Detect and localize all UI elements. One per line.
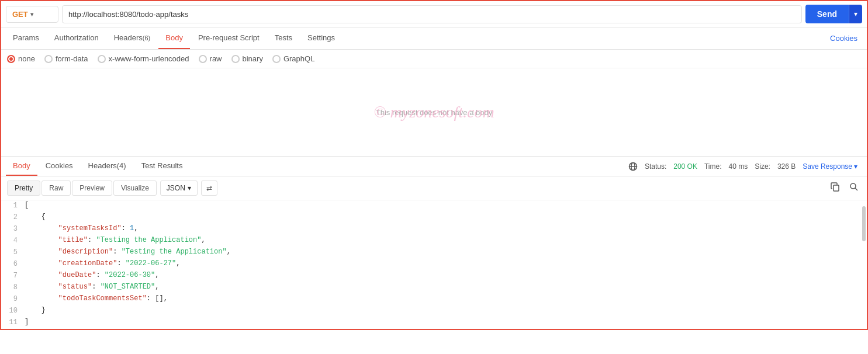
send-chevron-button[interactable]: ▾ bbox=[849, 5, 862, 23]
body-type-bar: none form-data x-www-form-urlencoded raw… bbox=[1, 50, 867, 68]
code-line: 5 "description": "Testing the Applicatio… bbox=[1, 247, 867, 259]
tab-body[interactable]: Body bbox=[158, 27, 190, 49]
response-tabs-bar: Body Cookies Headers(4) Test Results Sta… bbox=[1, 157, 867, 176]
time-label: Time: bbox=[704, 162, 722, 171]
json-output: 1[2 {3 "systemTasksId": 1,4 "title": "Te… bbox=[1, 200, 867, 329]
response-body: 1[2 {3 "systemTasksId": 1,4 "title": "Te… bbox=[1, 200, 867, 329]
code-line: 2 { bbox=[1, 212, 867, 224]
format-type-select[interactable]: JSON ▾ bbox=[160, 181, 198, 196]
scrollbar-vertical[interactable] bbox=[862, 206, 866, 241]
copy-icon[interactable] bbox=[828, 180, 842, 196]
tab-authorization[interactable]: Authorization bbox=[47, 27, 106, 49]
code-line: 10 } bbox=[1, 306, 867, 317]
body-type-binary[interactable]: binary bbox=[231, 54, 263, 63]
code-line: 11] bbox=[1, 317, 867, 329]
response-tab-headers[interactable]: Headers(4) bbox=[81, 157, 133, 176]
svg-line-5 bbox=[855, 188, 857, 190]
cookies-link[interactable]: Cookies bbox=[825, 28, 862, 48]
body-type-form-data[interactable]: form-data bbox=[44, 54, 88, 63]
radio-raw-dot bbox=[199, 55, 207, 63]
body-empty-area: This request does not have a body © myzo… bbox=[1, 68, 867, 156]
radio-none-dot bbox=[7, 55, 15, 63]
radio-form-data-dot bbox=[44, 55, 53, 63]
body-type-raw[interactable]: raw bbox=[199, 54, 222, 63]
code-line: 6 "creationDate": "2022-06-27", bbox=[1, 259, 867, 270]
code-line: 1[ bbox=[1, 200, 867, 212]
response-tab-cookies[interactable]: Cookies bbox=[39, 157, 80, 176]
format-bar: Pretty Raw Preview Visualize JSON ▾ ⇄ bbox=[1, 176, 867, 200]
save-response-button[interactable]: Save Response ▾ bbox=[803, 162, 857, 171]
code-line: 3 "systemTasksId": 1, bbox=[1, 224, 867, 235]
tab-pre-request-script[interactable]: Pre-request Script bbox=[191, 27, 267, 49]
send-button-group: Send ▾ bbox=[805, 5, 862, 23]
code-line: 7 "dueDate": "2022-06-30", bbox=[1, 270, 867, 282]
tab-params[interactable]: Params bbox=[6, 27, 46, 49]
top-bar: GET ▾ Send ▾ bbox=[1, 1, 867, 27]
tab-settings[interactable]: Settings bbox=[300, 27, 342, 49]
right-icons bbox=[828, 180, 861, 196]
response-tab-test-results[interactable]: Test Results bbox=[134, 157, 190, 176]
radio-graphql-dot bbox=[272, 55, 281, 63]
svg-rect-3 bbox=[834, 185, 839, 191]
response-tab-body[interactable]: Body bbox=[6, 157, 37, 176]
request-tabs-bar: Params Authorization Headers(6) Body Pre… bbox=[1, 27, 867, 50]
method-chevron-icon: ▾ bbox=[30, 11, 33, 18]
time-value: 40 ms bbox=[729, 162, 748, 171]
status-value: 200 OK bbox=[673, 162, 697, 171]
response-meta: Status: 200 OK Time: 40 ms Size: 326 B S… bbox=[624, 159, 862, 173]
code-line: 8 "status": "NOT_STARTED", bbox=[1, 282, 867, 294]
svg-point-4 bbox=[850, 183, 856, 189]
size-value: 326 B bbox=[777, 162, 796, 171]
radio-binary-dot bbox=[231, 55, 240, 63]
format-raw-button[interactable]: Raw bbox=[42, 181, 71, 196]
wrap-button[interactable]: ⇄ bbox=[201, 181, 217, 196]
size-label: Size: bbox=[755, 162, 770, 171]
format-preview-button[interactable]: Preview bbox=[72, 181, 112, 196]
tab-tests[interactable]: Tests bbox=[268, 27, 299, 49]
tab-headers[interactable]: Headers(6) bbox=[107, 27, 158, 49]
code-line: 9 "todoTaskCommentsSet": [], bbox=[1, 294, 867, 306]
search-icon[interactable] bbox=[847, 180, 861, 196]
globe-icon bbox=[628, 162, 638, 171]
format-visualize-button[interactable]: Visualize bbox=[113, 181, 157, 196]
code-line: 4 "title": "Testing the Application", bbox=[1, 235, 867, 247]
response-section: Body Cookies Headers(4) Test Results Sta… bbox=[1, 156, 867, 329]
body-type-none[interactable]: none bbox=[7, 54, 35, 63]
format-pretty-button[interactable]: Pretty bbox=[7, 181, 40, 196]
send-button[interactable]: Send bbox=[805, 5, 849, 23]
radio-urlencoded-dot bbox=[98, 55, 106, 63]
method-label: GET bbox=[12, 10, 28, 19]
url-input[interactable] bbox=[62, 5, 802, 23]
body-type-urlencoded[interactable]: x-www-form-urlencoded bbox=[98, 54, 189, 63]
method-select[interactable]: GET ▾ bbox=[6, 6, 58, 23]
status-label: Status: bbox=[645, 162, 666, 171]
body-type-graphql[interactable]: GraphQL bbox=[272, 54, 314, 63]
body-empty-text: This request does not have a body bbox=[376, 108, 492, 117]
